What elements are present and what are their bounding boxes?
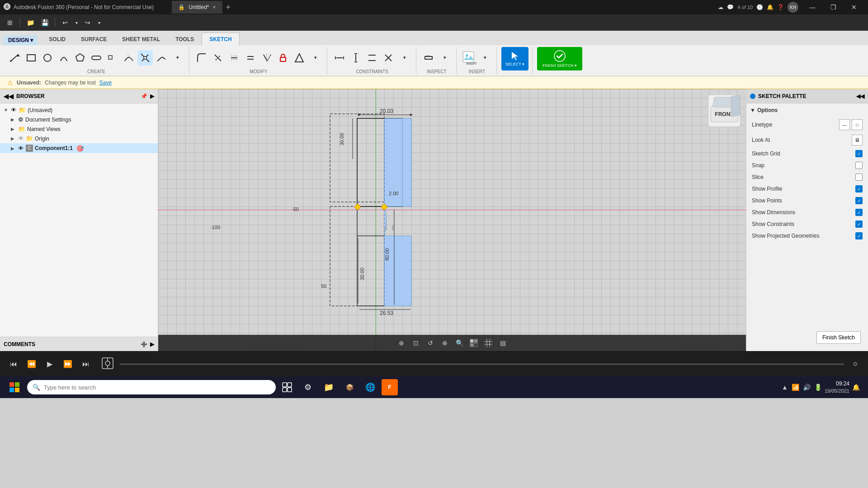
zoom-btn[interactable]: 🔍 <box>453 337 466 349</box>
chrome-icon[interactable]: 🌐 <box>361 376 380 398</box>
rect-tool[interactable] <box>24 50 39 66</box>
save-btn[interactable]: 💾 <box>38 16 51 29</box>
create-more[interactable]: ▾ <box>170 50 185 66</box>
tree-item-component[interactable]: ▶ 👁 C Component1:1 🎯 <box>0 143 158 153</box>
browser-expand-btn[interactable]: ▶ <box>150 93 154 99</box>
modify-more[interactable]: ▾ <box>308 50 323 66</box>
task-view-btn[interactable] <box>278 376 297 398</box>
tree-item-origin[interactable]: ▶ 👁 📁 Origin <box>0 134 158 143</box>
fusion360-icon[interactable]: F <box>382 379 398 395</box>
inspect-more[interactable]: ▾ <box>437 50 453 66</box>
arc-tool[interactable] <box>56 50 71 66</box>
redo-btn[interactable]: ↪ <box>81 16 94 29</box>
mirror-tool[interactable] <box>259 50 274 66</box>
measure-tool[interactable] <box>421 50 436 66</box>
file-explorer-icon[interactable]: 📁 <box>319 376 338 398</box>
tree-item-doc-settings[interactable]: ▶ ⚙ Document Settings <box>0 115 158 124</box>
user-avatar[interactable]: KH <box>788 2 798 13</box>
show-profile-checkbox[interactable] <box>855 185 863 192</box>
scale-tool[interactable] <box>292 50 307 66</box>
constraint-more[interactable]: ▾ <box>397 50 412 66</box>
eye-icon[interactable]: 👁 <box>11 107 17 113</box>
taskbar-search-input[interactable] <box>44 384 270 391</box>
view-cube[interactable]: FRONT <box>706 93 742 129</box>
battery-icon[interactable]: 🔋 <box>813 383 823 392</box>
insert-more[interactable]: ▾ <box>477 50 493 66</box>
palette-expand-btn[interactable]: ◀◀ <box>856 93 864 99</box>
browser-pin-btn[interactable]: 📌 <box>141 93 147 99</box>
tab-sheet-metal[interactable]: SHEET METAL <box>114 33 168 45</box>
show-constraints-checkbox[interactable] <box>855 221 863 228</box>
grid-display-btn[interactable] <box>482 337 495 349</box>
vert-constraint[interactable] <box>348 50 363 66</box>
look-at-btn-palette[interactable]: 🖥 <box>852 135 863 145</box>
timeline-slider[interactable] <box>119 363 844 365</box>
tab-solid[interactable]: SOLID <box>41 33 73 45</box>
offset-tool[interactable] <box>226 50 242 66</box>
environment-btn[interactable]: ▤ <box>496 337 509 349</box>
undo-btn[interactable]: ↩ <box>59 16 71 29</box>
show-points-checkbox[interactable] <box>855 197 863 204</box>
display-settings-btn[interactable] <box>467 337 480 349</box>
collapse-browser-btn[interactable]: ◀◀ <box>4 93 14 100</box>
perp-constraint[interactable] <box>381 50 396 66</box>
save-link[interactable]: Save <box>99 80 112 86</box>
minimize-btn[interactable]: — <box>802 0 823 14</box>
horiz-constraint[interactable] <box>332 50 347 66</box>
slice-checkbox[interactable] <box>855 174 863 181</box>
spline-tool[interactable] <box>105 50 120 66</box>
select-btn[interactable]: SELECT ▾ <box>501 47 528 70</box>
file-btn[interactable]: 📁 <box>24 16 37 29</box>
network-icon[interactable]: 📶 <box>791 383 800 392</box>
linetype-square-btn[interactable]: □ <box>852 119 863 130</box>
lock-tool[interactable] <box>275 50 291 66</box>
close-btn[interactable]: ✕ <box>844 0 864 14</box>
taskbar-search[interactable]: 🔍 <box>27 380 276 394</box>
finish-sketch-ribbon-btn[interactable]: FINISH SKETCH ▾ <box>537 47 582 70</box>
collapse-options-btn[interactable]: ▼ <box>750 107 755 113</box>
skip-back-btn[interactable]: ⏮ <box>7 358 20 371</box>
tab-sketch[interactable]: SKETCH <box>202 33 239 45</box>
tab-tools[interactable]: TOOLS <box>168 33 202 45</box>
new-tab-btn[interactable]: + <box>224 3 233 12</box>
collapse-comments-btn[interactable]: ▶ <box>150 341 154 347</box>
show-projected-checkbox[interactable] <box>855 232 863 239</box>
add-comment-btn[interactable]: ➕ <box>141 341 147 347</box>
extend-tool[interactable] <box>154 50 169 66</box>
tree-item-named-views[interactable]: ▶ 📁 Named Views <box>0 124 158 134</box>
tab-surface[interactable]: SURFACE <box>73 33 114 45</box>
design-dropdown[interactable]: DESIGN ▾ <box>4 35 38 45</box>
look-at-btn[interactable]: ⊕ <box>439 337 451 349</box>
undo-arrow[interactable]: ▾ <box>73 16 80 29</box>
circle-tool[interactable] <box>40 50 55 66</box>
finish-sketch-palette-btn[interactable]: Finish Sketch <box>816 331 861 344</box>
home-view-btn[interactable]: ⊕ <box>395 337 408 349</box>
play-btn[interactable]: ▶ <box>43 358 56 371</box>
fillet-tool[interactable] <box>194 50 209 66</box>
help-icon[interactable]: ❓ <box>777 4 784 10</box>
trim-tool[interactable] <box>137 50 153 66</box>
settings-taskbar-icon[interactable]: ⚙ <box>298 376 317 398</box>
skip-fwd-btn[interactable]: ⏭ <box>80 358 92 371</box>
orbit-btn[interactable]: ↺ <box>424 337 437 349</box>
prev-btn[interactable]: ⏪ <box>25 358 38 371</box>
tree-item-root[interactable]: ▼ 👁 📁 (Unsaved) <box>0 105 158 115</box>
insert-image-btn[interactable]: INSERT <box>461 50 476 66</box>
start-button[interactable] <box>4 376 25 398</box>
tab-close-btn[interactable]: × <box>212 4 216 10</box>
next-btn[interactable]: ⏩ <box>61 358 74 371</box>
history-icon[interactable]: 🕐 <box>756 4 763 10</box>
slot-tool[interactable] <box>89 50 104 66</box>
snap-checkbox[interactable] <box>855 162 863 169</box>
timeline-settings-btn[interactable]: ⚙ <box>850 359 861 370</box>
active-tab[interactable]: 🔒 Untitled* × <box>172 1 222 14</box>
clock-area[interactable]: 09:24 19/05/2021 <box>825 380 849 394</box>
volume-icon[interactable]: 🔊 <box>802 383 811 392</box>
eye-icon[interactable]: 👁 <box>18 135 24 142</box>
winrar-icon[interactable]: 📦 <box>340 376 359 398</box>
message-icon[interactable]: 💬 <box>727 4 734 10</box>
show-dimensions-checkbox[interactable] <box>855 209 863 216</box>
show-hidden-icons-btn[interactable]: ▲ <box>781 383 789 392</box>
maximize-btn[interactable]: ❐ <box>823 0 844 14</box>
notification-btn[interactable]: 🔔 <box>851 383 861 392</box>
